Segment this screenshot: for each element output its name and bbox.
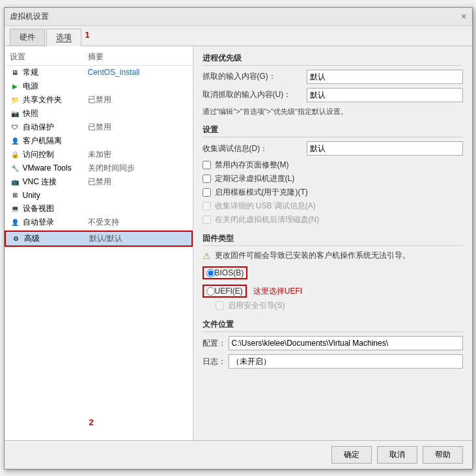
grab-select-wrapper: 默认	[307, 70, 463, 84]
sidebar-item-power[interactable]: ▶ 电源	[5, 79, 193, 93]
bios-label: BIOS(B)	[215, 268, 244, 277]
release-select[interactable]: 默认	[307, 88, 463, 102]
sidebar-item-guest-isolation[interactable]: 👤 客户机隔离	[5, 134, 193, 148]
uefi-label: UEFI(E)	[215, 287, 243, 296]
sidebar-item-shared-folder[interactable]: 📁 共享文件夹 已禁用	[5, 93, 193, 107]
annotation-2: 2	[89, 417, 94, 427]
left-panel-header: 设置 摘要	[5, 49, 193, 66]
checkbox-disable-memory-input[interactable]	[203, 161, 211, 169]
guest-isolation-icon: 👤	[10, 135, 20, 146]
firmware-title: 固件类型	[203, 233, 463, 246]
sidebar-item-device-view[interactable]: 💻 设备视图	[5, 202, 193, 216]
uefi-hint: 这里选择UEFI	[253, 286, 302, 297]
item-summary-general: CentOS_install	[88, 68, 188, 77]
tab-hardware[interactable]: 硬件	[10, 29, 45, 46]
grab-row: 抓取的输入内容(G)： 默认	[203, 70, 463, 84]
grab-select[interactable]: 默认	[307, 70, 463, 84]
checkbox-template-mode-input[interactable]	[203, 188, 211, 197]
sidebar-item-vmware-tools[interactable]: 🔧 VMware Tools 关闭时间同步	[5, 161, 193, 175]
tab-options[interactable]: 选项	[46, 29, 81, 46]
item-name-guest-isolation: 客户机隔离	[23, 135, 88, 147]
sidebar-item-snapshot[interactable]: 📷 快照	[5, 107, 193, 120]
checkbox-disable-memory: 禁用内存页面修整(M)	[203, 160, 463, 171]
grab-label: 抓取的输入内容(G)：	[203, 71, 307, 82]
unity-icon: ⊞	[10, 190, 20, 201]
firmware-warning: ⚠ 更改固件可能会导致已安装的客户机操作系统无法引导。	[203, 250, 463, 261]
close-button[interactable]: ×	[461, 11, 466, 21]
ok-button[interactable]: 确定	[331, 446, 372, 464]
item-name-vmware-tools: VMware Tools	[23, 163, 88, 173]
priority-hint: 通过"编辑">"首选项">"优先级"指定默认设置。	[203, 106, 463, 117]
sidebar-item-autologin[interactable]: 👤 自动登录 不受支持	[5, 216, 193, 229]
checkbox-clean-disk-input[interactable]	[203, 216, 211, 224]
uefi-radio[interactable]	[206, 287, 215, 296]
content-area: 设置 摘要 🖥 常规 CentOS_install ▶ 电源 📁 共享文件夹 已…	[5, 46, 472, 440]
checkbox-disable-memory-label: 禁用内存页面修整(M)	[215, 160, 289, 171]
debug-row: 收集调试信息(D)： 默认	[203, 141, 463, 156]
help-button[interactable]: 帮助	[423, 446, 463, 464]
debug-select[interactable]: 默认	[307, 141, 463, 156]
item-name-autologin: 自动登录	[23, 217, 88, 228]
uefi-radio-container: UEFI(E)	[203, 285, 247, 298]
sidebar-item-access-control[interactable]: 🔒 访问控制 未加密	[5, 148, 193, 161]
title-bar: 虚拟机设置 ×	[5, 8, 472, 26]
checkbox-clean-disk: 在关闭此虚拟机后清理磁盘(N)	[203, 214, 463, 225]
release-label: 取消抓取的输入内容(U)：	[203, 89, 307, 100]
config-label: 配置：	[203, 338, 229, 349]
item-name-general: 常规	[23, 67, 88, 78]
tabs-bar: 硬件 选项 1	[5, 26, 472, 46]
item-name-shared-folder: 共享文件夹	[23, 94, 88, 105]
bios-radio[interactable]	[206, 269, 215, 277]
item-summary-vmware-tools: 关闭时间同步	[88, 163, 188, 174]
secure-boot-row: 启用安全引导(S)	[216, 300, 463, 311]
main-window: 虚拟机设置 × 硬件 选项 1 设置 摘要 🖥 常规 CentOS_instal…	[4, 7, 473, 469]
config-value: C:\Users\klelee\Documents\Virtual Machin…	[229, 336, 463, 350]
power-icon: ▶	[10, 81, 20, 91]
release-select-wrapper: 默认	[307, 88, 463, 102]
sidebar-item-advanced[interactable]: ⚙ 高级 默认/默认	[5, 231, 193, 247]
settings-title: 设置	[203, 124, 463, 137]
shared-folder-icon: 📁	[10, 94, 20, 105]
secure-boot-checkbox[interactable]	[216, 301, 224, 310]
advanced-icon: ⚙	[11, 233, 21, 244]
file-location-section: 文件位置 配置： C:\Users\klelee\Documents\Virtu…	[203, 319, 463, 369]
item-name-power: 电源	[23, 81, 88, 92]
checkbox-collect-usb-input[interactable]	[203, 202, 211, 210]
header-setting: 设置	[10, 51, 88, 63]
bios-row: BIOS(B)	[203, 266, 463, 282]
item-summary-access-control: 未加密	[88, 149, 188, 160]
checkbox-log-progress-label: 定期记录虚拟机进度(L)	[215, 173, 295, 184]
item-name-advanced: 高级	[24, 233, 89, 244]
item-summary-shared-folder: 已禁用	[88, 94, 188, 105]
release-row: 取消抓取的输入内容(U)： 默认	[203, 88, 463, 102]
right-panel: 进程优先级 抓取的输入内容(G)： 默认 取消抓取的输入内容(U)： 默认	[193, 46, 472, 440]
checkbox-log-progress-input[interactable]	[203, 175, 211, 183]
item-name-access-control: 访问控制	[23, 149, 88, 160]
window-title: 虚拟机设置	[10, 11, 49, 22]
vnc-icon: 📺	[10, 176, 20, 187]
sidebar-item-general[interactable]: 🖥 常规 CentOS_install	[5, 66, 193, 79]
checkbox-clean-disk-label: 在关闭此虚拟机后清理磁盘(N)	[215, 214, 320, 225]
bios-radio-container: BIOS(B)	[203, 266, 248, 279]
item-summary-autoprotect: 已禁用	[88, 122, 188, 133]
sidebar-item-vnc[interactable]: 📺 VNC 连接 已禁用	[5, 175, 193, 189]
item-summary-advanced: 默认/默认	[89, 233, 186, 244]
item-name-autoprotect: 自动保护	[23, 122, 88, 133]
sidebar-item-unity[interactable]: ⊞ Unity	[5, 189, 193, 202]
item-name-snapshot: 快照	[23, 108, 88, 119]
sidebar-item-autoprotect[interactable]: 🛡 自动保护 已禁用	[5, 120, 193, 134]
checkbox-template-mode: 启用模板模式(用于克隆)(T)	[203, 187, 463, 198]
checkbox-collect-usb: 收集详细的 USB 调试信息(A)	[203, 201, 463, 212]
access-control-icon: 🔒	[10, 149, 20, 160]
checkbox-template-mode-label: 启用模板模式(用于克隆)(T)	[215, 187, 308, 198]
log-row: 日志： （未开启）	[203, 354, 463, 369]
annotation-1: 1	[85, 30, 90, 47]
uefi-row: UEFI(E) 这里选择UEFI	[203, 285, 463, 298]
checkbox-log-progress: 定期记录虚拟机进度(L)	[203, 173, 463, 184]
priority-section: 进程优先级 抓取的输入内容(G)： 默认 取消抓取的输入内容(U)： 默认	[203, 53, 463, 117]
item-summary-vnc: 已禁用	[88, 176, 188, 188]
left-panel: 设置 摘要 🖥 常规 CentOS_install ▶ 电源 📁 共享文件夹 已…	[5, 46, 193, 440]
file-location-title: 文件位置	[203, 319, 463, 332]
cancel-button[interactable]: 取消	[377, 446, 417, 464]
item-name-vnc: VNC 连接	[23, 176, 88, 188]
